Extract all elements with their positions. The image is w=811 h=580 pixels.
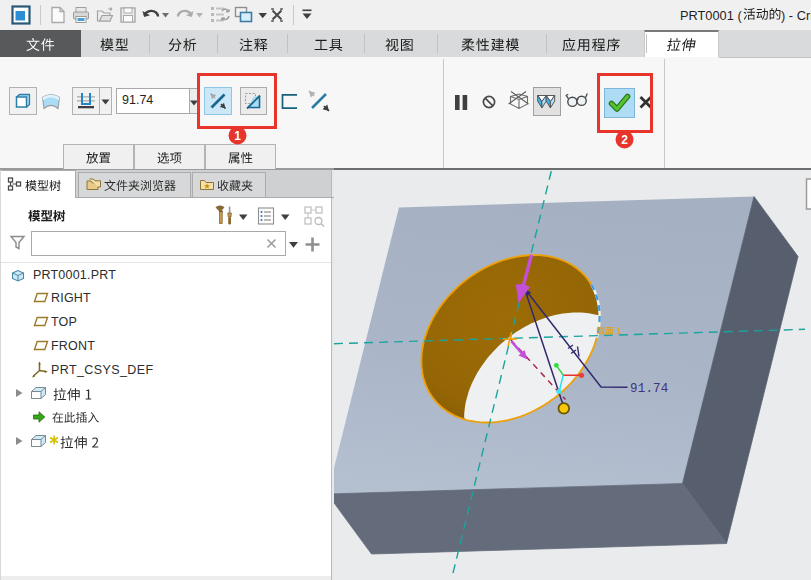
svg-text:1: 1 xyxy=(234,129,241,143)
svg-text:2: 2 xyxy=(621,133,628,147)
svg-text:91.74: 91.74 xyxy=(630,382,669,396)
